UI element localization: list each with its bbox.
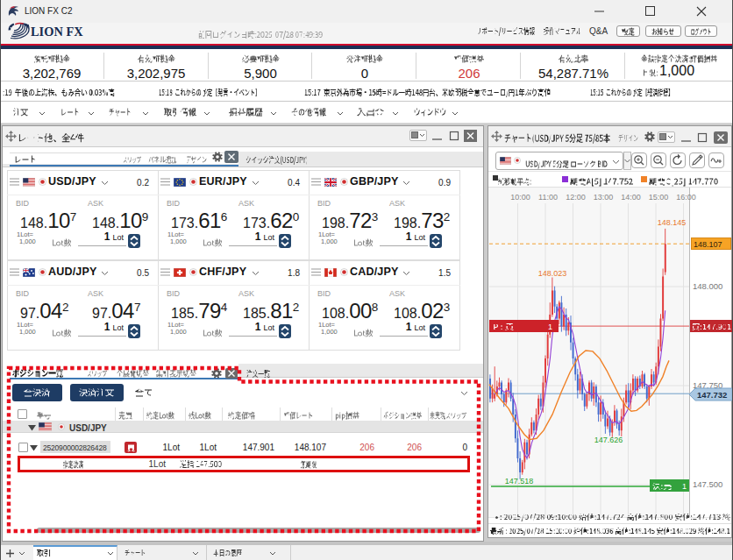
svg-text:14:00: 14:00 — [621, 193, 641, 202]
svg-text:16:00: 16:00 — [676, 193, 696, 202]
svg-text:10:00: 10:00 — [510, 193, 530, 202]
svg-text:11:00: 11:00 — [538, 193, 558, 202]
svg-text:12:00: 12:00 — [566, 193, 586, 202]
svg-text:13:00: 13:00 — [594, 193, 614, 202]
svg-text:15:00: 15:00 — [649, 193, 669, 202]
